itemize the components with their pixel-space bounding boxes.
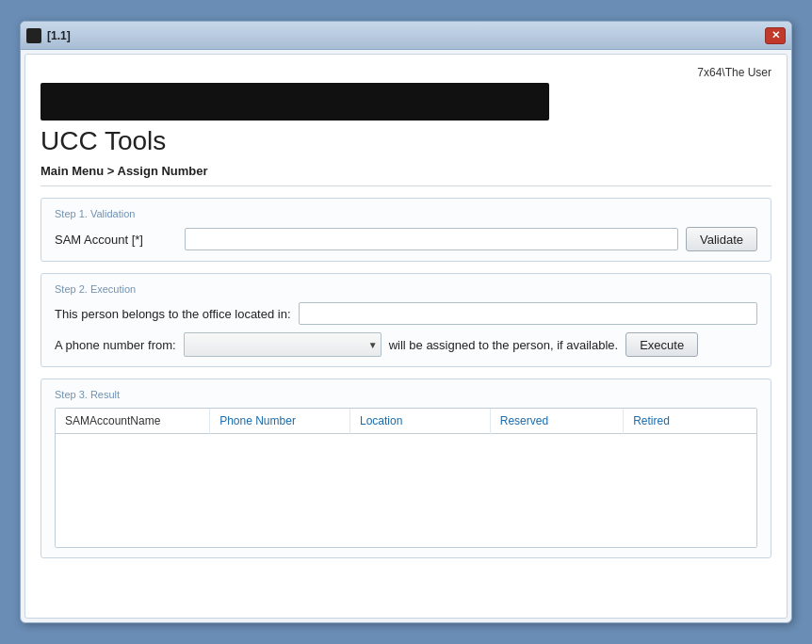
execute-button[interactable]: Execute bbox=[625, 332, 698, 357]
phone-dropdown-wrapper: ▼ bbox=[184, 332, 382, 357]
app-title: UCC Tools bbox=[41, 126, 771, 156]
app-icon bbox=[26, 28, 41, 43]
result-table-container: SAMAccountName Phone Number Location Res… bbox=[55, 408, 757, 548]
user-info: 7x64\The User bbox=[41, 66, 771, 79]
title-bar-left: [1.1] bbox=[26, 28, 71, 43]
col-retired: Retired bbox=[624, 409, 756, 434]
sam-row: SAM Account [*] Validate bbox=[55, 227, 757, 251]
col-reserved: Reserved bbox=[490, 409, 623, 434]
office-row: This person belongs to the office locate… bbox=[55, 302, 757, 325]
step1-section: Step 1. Validation SAM Account [*] Valid… bbox=[41, 198, 771, 262]
title-bar: [1.1] ✕ bbox=[21, 22, 791, 50]
office-prefix: This person belongs to the office locate… bbox=[55, 307, 291, 321]
phone-prefix: A phone number from: bbox=[55, 338, 176, 352]
table-header-row: SAMAccountName Phone Number Location Res… bbox=[56, 409, 756, 434]
sam-label: SAM Account [*] bbox=[55, 233, 177, 247]
step3-label: Step 3. Result bbox=[55, 389, 757, 400]
col-sam: SAMAccountName bbox=[56, 409, 210, 434]
phone-suffix: will be assigned to the person, if avail… bbox=[389, 338, 619, 352]
window-title: [1.1] bbox=[47, 29, 71, 42]
sam-input[interactable] bbox=[185, 228, 678, 250]
phone-row: A phone number from: ▼ will be assigned … bbox=[55, 332, 757, 357]
col-phone: Phone Number bbox=[210, 409, 350, 434]
title-bar-right: ✕ bbox=[765, 27, 786, 44]
table-body-area bbox=[56, 434, 756, 547]
content-area: 7x64\The User UCC Tools Main Menu > Assi… bbox=[24, 54, 788, 619]
validate-button[interactable]: Validate bbox=[686, 227, 757, 251]
table-header: SAMAccountName Phone Number Location Res… bbox=[56, 409, 756, 434]
breadcrumb: Main Menu > Assign Number bbox=[41, 164, 771, 186]
col-location: Location bbox=[349, 409, 490, 434]
close-button[interactable]: ✕ bbox=[765, 27, 786, 44]
step3-section: Step 3. Result SAMAccountName Phone Numb… bbox=[41, 378, 771, 558]
office-input[interactable] bbox=[299, 302, 757, 325]
step2-label: Step 2. Execution bbox=[55, 283, 757, 295]
step1-label: Step 1. Validation bbox=[55, 208, 757, 219]
phone-select[interactable] bbox=[184, 332, 382, 357]
main-window: [1.1] ✕ 7x64\The User UCC Tools Main Men… bbox=[20, 21, 792, 623]
result-table: SAMAccountName Phone Number Location Res… bbox=[56, 409, 756, 434]
banner-image bbox=[41, 83, 549, 121]
step2-section: Step 2. Execution This person belongs to… bbox=[41, 273, 771, 367]
